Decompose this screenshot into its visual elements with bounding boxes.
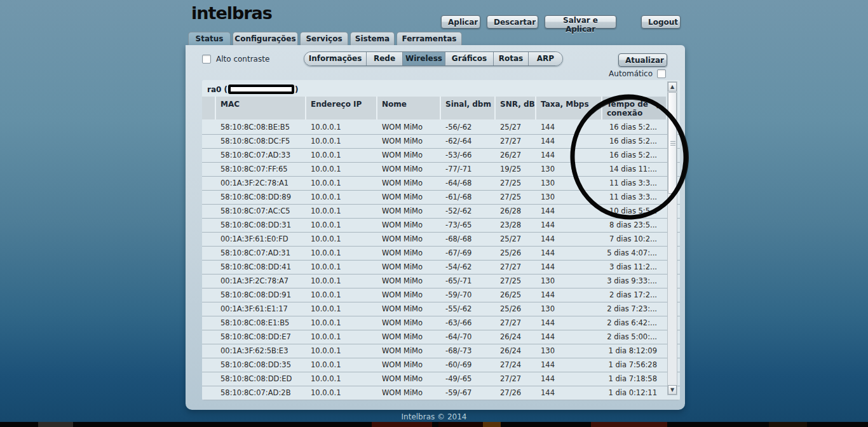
scroll-up-icon[interactable]: ▲ [668,82,677,92]
sinal-cell: -73/-65 [441,219,496,232]
nome-cell: WOM MiMo [377,330,441,344]
subtab-graficos[interactable]: Gráficos [445,52,494,65]
scrollbar-thumb[interactable] [668,92,677,194]
sinal-cell: -52/-62 [441,205,496,218]
subtab-informacoes[interactable]: Informações [304,52,367,65]
ip-cell: 10.0.0.1 [306,219,377,232]
table-row[interactable]: 58:10:8C:07:AD:33 10.0.0.1 WOM MiMo -53/… [202,149,680,163]
table-row[interactable]: 58:10:8C:08:DD:91 10.0.0.1 WOM MiMo -59/… [202,288,680,302]
snr-cell: 25/27 [496,233,536,246]
tab-status[interactable]: Status [188,32,231,45]
tempo-cell: 1 dia 8:12:09 [602,344,666,358]
table-body: 58:10:8C:08:BE:B5 10.0.0.1 WOM MiMo -56/… [202,121,680,400]
nome-cell: WOM MiMo [377,163,441,176]
snr-cell: 26/25 [496,288,536,302]
footer-copyright: Intelbras © 2014 [0,412,868,421]
table-scrollbar[interactable]: ▲ ▼ [667,81,677,395]
mac-cell: 58:10:8C:08:E1:B5 [216,316,306,330]
column-header-snr[interactable]: SNR, dB [496,97,536,119]
table-row[interactable]: 58:10:8C:07:FF:65 10.0.0.1 WOM MiMo -77/… [202,163,680,177]
nome-cell: WOM MiMo [377,177,441,190]
tempo-cell: 2 dias 5:00:... [602,330,666,344]
strip-patch [372,422,432,427]
nome-cell: WOM MiMo [377,219,441,232]
table-row[interactable]: 58:10:8C:08:DD:89 10.0.0.1 WOM MiMo -61/… [202,191,680,205]
sinal-cell: -64/-70 [441,330,496,344]
mac-cell: 00:1A:3F:2C:78:A1 [216,177,306,190]
table-row[interactable]: 58:10:8C:08:DD:ED 10.0.0.1 WOM MiMo -49/… [202,372,680,386]
subtab-arp[interactable]: ARP [529,52,562,65]
mac-cell: 58:10:8C:08:DD:89 [216,191,306,204]
tempo-cell: 16 dias 5:2... [602,121,666,134]
tab-servicos[interactable]: Serviços [300,32,348,45]
taxa-cell: 130 [536,163,602,176]
column-header-nome[interactable]: Nome [377,97,441,119]
alto-contraste-checkbox[interactable] [202,55,211,64]
mac-cell: 58:10:8C:08:DD:ED [216,372,306,386]
table-row[interactable]: 58:10:8C:08:DD:31 10.0.0.1 WOM MiMo -73/… [202,219,680,233]
subtab-rede[interactable]: Rede [367,52,403,65]
strip-patch [591,422,667,427]
table-row[interactable]: 58:10:8C:08:DC:F5 10.0.0.1 WOM MiMo -62/… [202,135,680,149]
tab-sistema[interactable]: Sistema [350,32,395,45]
atualizar-button[interactable]: Atualizar [618,53,667,67]
ip-cell: 10.0.0.1 [306,372,377,386]
table-row[interactable]: 58:10:8C:08:BE:B5 10.0.0.1 WOM MiMo -56/… [202,121,680,135]
row-spacer-cell [202,344,216,358]
tab-configuracoes[interactable]: Configurações [233,32,298,45]
subtab-wireless[interactable]: Wireless [403,52,445,65]
row-spacer-cell [202,233,216,246]
ip-cell: 10.0.0.1 [306,288,377,302]
column-header-mac[interactable]: MAC [216,97,306,119]
taxa-cell: 144 [536,135,602,148]
logout-button[interactable]: Logout [641,15,681,29]
table-row[interactable]: 58:10:8C:07:AC:C5 10.0.0.1 WOM MiMo -52/… [202,205,680,219]
interface-label-suffix: ) [295,85,298,94]
taxa-cell: 144 [536,386,602,400]
ip-cell: 10.0.0.1 [306,149,377,162]
table-row[interactable]: 58:10:8C:08:DD:41 10.0.0.1 WOM MiMo -54/… [202,261,680,274]
table-row[interactable]: 00:1A:3F:61:E0:FD 10.0.0.1 WOM MiMo -68/… [202,233,680,247]
table-row[interactable]: 00:1A:3F:61:E1:17 10.0.0.1 WOM MiMo -55/… [202,302,680,316]
subtab-rotas[interactable]: Rotas [494,52,529,65]
row-spacer-cell [202,205,216,218]
descartar-button[interactable]: Descartar [487,15,538,29]
sinal-cell: -63/-66 [441,316,496,330]
sinal-cell: -68/-73 [441,344,496,358]
table-row[interactable]: 00:1A:3F:62:5B:E3 10.0.0.1 WOM MiMo -68/… [202,344,680,358]
tempo-cell: 1 dia 7:18:58 [602,372,666,386]
column-header-taxa[interactable]: Taxa, Mbps [536,97,602,119]
column-header-endereco-ip[interactable]: Endereço IP [306,97,377,119]
sinal-cell: -60/-69 [441,358,496,372]
sinal-cell: -77/-71 [441,163,496,176]
row-spacer-cell [202,149,216,162]
table-row[interactable]: 58:10:8C:07:AD:31 10.0.0.1 WOM MiMo -67/… [202,247,680,261]
thumb-grip-icon [670,143,675,144]
tempo-cell: 3 dias 9:33:... [602,274,666,288]
automatico-checkbox[interactable] [657,69,666,78]
salvar-e-aplicar-button[interactable]: Salvar e Aplicar [545,15,616,29]
nome-cell: WOM MiMo [377,302,441,316]
strip-patch [438,422,483,427]
content-panel: Alto contraste Informações Rede Wireless… [186,45,685,410]
table-row[interactable]: 58:10:8C:08:DD:E7 10.0.0.1 WOM MiMo -64/… [202,330,680,344]
table-row[interactable]: 58:10:8C:08:DD:35 10.0.0.1 WOM MiMo -60/… [202,358,680,372]
ip-cell: 10.0.0.1 [306,163,377,176]
scroll-down-icon[interactable]: ▼ [668,385,677,395]
table-row[interactable]: 58:10:8C:08:E1:B5 10.0.0.1 WOM MiMo -63/… [202,316,680,330]
mac-cell: 00:1A:3F:62:5B:E3 [216,344,306,358]
column-header-sinal[interactable]: Sinal, dbm [441,97,496,119]
table-row[interactable]: 00:1A:3F:2C:78:A7 10.0.0.1 WOM MiMo -65/… [202,274,680,288]
taxa-cell: 130 [536,302,602,316]
table-row[interactable]: 58:10:8C:07:AD:2B 10.0.0.1 WOM MiMo -59/… [202,386,680,400]
aplicar-button[interactable]: Aplicar [441,15,480,29]
status-subtabs: Informações Rede Wireless Gráficos Rotas… [304,51,563,66]
sort-desc-icon: ▼ [655,102,660,119]
snr-cell: 26/24 [496,344,536,358]
ip-cell: 10.0.0.1 [306,344,377,358]
table-row[interactable]: 00:1A:3F:2C:78:A1 10.0.0.1 WOM MiMo -64/… [202,177,680,191]
row-spacer-cell [202,219,216,232]
tab-ferramentas[interactable]: Ferramentas [397,32,462,45]
column-header-tempo-conexao[interactable]: Tempo de conexão ▼ [602,97,666,119]
mac-cell: 58:10:8C:08:DC:F5 [216,135,306,148]
